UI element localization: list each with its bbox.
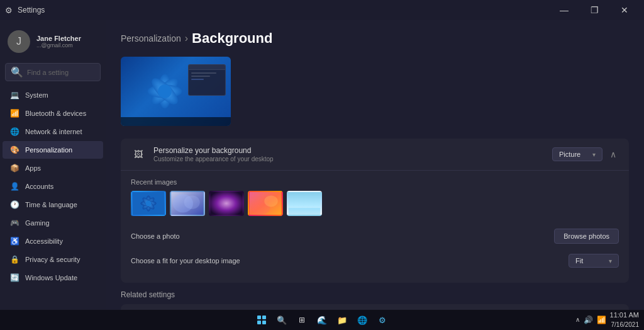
settings-icon: ⚙ (5, 6, 13, 15)
svg-point-21 (264, 195, 278, 207)
personalize-body: Recent images (121, 170, 629, 283)
app-container: J Jane Fletcher ...@gmail.com 🔍 💻 System… (0, 20, 644, 310)
sidebar-item-label: Accounts (25, 183, 53, 190)
title-bar-controls: — ❐ ✕ (550, 0, 639, 20)
svg-rect-18 (211, 192, 242, 215)
user-section: J Jane Fletcher ...@gmail.com (0, 25, 106, 60)
contrast-themes-card[interactable]: ◑ Contrast themes Color themes for low v… (121, 304, 629, 310)
choose-fit-row: Choose a fit for your desktop image Fit … (131, 249, 619, 273)
update-icon: 🔄 (10, 273, 19, 282)
sidebar-item-personalization[interactable]: 🎨 Personalization (3, 141, 103, 159)
taskbar-clock[interactable]: 11:01 AM 7/16/2021 (610, 310, 639, 329)
sidebar-item-system[interactable]: 💻 System (3, 86, 103, 104)
system-icon: 💻 (10, 91, 19, 100)
privacy-icon: 🔒 (10, 255, 19, 264)
search-taskbar-icon: 🔍 (277, 316, 287, 325)
title-bar-title: Settings (18, 6, 45, 14)
taskbar-center: 🔍 ⊞ 🌊 📁 🌐 ⚙ (253, 311, 391, 329)
recent-images-label: Recent images (131, 178, 619, 186)
personalize-header-right: Picture ▾ ∧ (552, 147, 619, 161)
breadcrumb-current: Background (192, 30, 272, 47)
thumbnail-2[interactable] (170, 191, 205, 216)
taskview-icon: ⊞ (299, 316, 305, 324)
sidebar-item-label: Gaming (25, 219, 50, 227)
sidebar-item-label: Accessibility (25, 237, 63, 245)
sidebar-item-bluetooth[interactable]: 📶 Bluetooth & devices (3, 105, 103, 122)
fit-chevron: ▾ (609, 258, 612, 265)
collapse-button[interactable]: ∧ (608, 148, 619, 161)
taskbar-date-value: 7/16/2021 (610, 321, 639, 329)
title-bar-left: ⚙ Settings (5, 6, 45, 15)
sidebar-item-gaming[interactable]: 🎮 Gaming (3, 214, 103, 232)
personalize-header[interactable]: 🖼 Personalize your background Customize … (121, 139, 629, 170)
content-area: Personalization › Background (106, 20, 644, 310)
breadcrumb-parent: Personalization (121, 33, 181, 43)
preview-window (188, 64, 226, 96)
search-box[interactable]: 🔍 (5, 63, 101, 81)
personalize-section-icon: 🖼 (131, 147, 146, 162)
personalize-subtitle: Customize the appearance of your desktop (153, 156, 274, 162)
svg-point-8 (158, 84, 172, 98)
edge-button[interactable]: 🌊 (313, 311, 331, 329)
chrome-button[interactable]: 🌐 (353, 311, 371, 329)
settings-taskbar-button[interactable]: ⚙ (374, 311, 391, 329)
sidebar-item-label: Apps (25, 164, 41, 172)
thumbnail-3[interactable] (209, 191, 244, 216)
breadcrumb: Personalization › Background (121, 30, 629, 47)
sidebar-item-label: Windows Update (25, 274, 77, 282)
sidebar-item-time[interactable]: 🕐 Time & language (3, 196, 103, 213)
edge-icon: 🌊 (317, 316, 327, 325)
thumb-4-svg (249, 192, 282, 215)
search-taskbar-button[interactable]: 🔍 (273, 311, 291, 329)
choose-photo-label: Choose a photo (131, 232, 180, 240)
maximize-button[interactable]: ❐ (580, 0, 609, 20)
start-button[interactable] (253, 311, 270, 329)
thumb-3-svg (210, 192, 243, 215)
sidebar-item-accounts[interactable]: 👤 Accounts (3, 178, 103, 195)
explorer-button[interactable]: 📁 (333, 311, 351, 329)
sidebar-item-apps[interactable]: 📦 Apps (3, 159, 103, 177)
sidebar-item-label: Privacy & security (25, 256, 80, 263)
sidebar-item-label: Network & internet (25, 128, 82, 135)
svg-rect-23 (289, 208, 320, 215)
fit-dropdown[interactable]: Fit ▾ (569, 254, 619, 268)
background-type-label: Picture (559, 151, 580, 158)
avatar: J (8, 30, 30, 53)
taskbar-time-value: 11:01 AM (610, 310, 639, 320)
thumbnail-4[interactable] (248, 191, 283, 216)
title-bar: ⚙ Settings — ❐ ✕ (0, 0, 644, 20)
tray-arrow-icon[interactable]: ∧ (575, 316, 580, 323)
background-type-dropdown[interactable]: Picture ▾ (552, 147, 602, 161)
personalize-section: 🖼 Personalize your background Customize … (121, 139, 629, 283)
sidebar-item-update[interactable]: 🔄 Windows Update (3, 269, 103, 287)
search-icon: 🔍 (11, 66, 23, 78)
svg-point-14 (146, 201, 152, 207)
volume-icon[interactable]: 🔊 (584, 316, 593, 324)
browse-photos-button[interactable]: Browse photos (554, 229, 619, 244)
dropdown-chevron: ▾ (592, 151, 596, 158)
network-tray-icon[interactable]: 📶 (597, 316, 606, 324)
preview-flower-svg (136, 63, 193, 120)
sidebar: J Jane Fletcher ...@gmail.com 🔍 💻 System… (0, 20, 106, 310)
sidebar-item-network[interactable]: 🌐 Network & internet (3, 123, 103, 140)
fit-label: Fit (575, 257, 583, 265)
sidebar-item-accessibility[interactable]: ♿ Accessibility (3, 232, 103, 250)
choose-photo-row: Choose a photo Browse photos (131, 224, 619, 249)
bluetooth-icon: 📶 (10, 109, 19, 118)
related-settings-section: Related settings ◑ Contrast themes Color… (121, 290, 629, 310)
thumb-flower-svg (132, 192, 165, 215)
taskview-button[interactable]: ⊞ (293, 311, 311, 329)
minimize-button[interactable]: — (550, 0, 579, 20)
thumbnail-5[interactable] (287, 191, 322, 216)
svg-point-17 (184, 195, 200, 209)
thumbnail-1[interactable] (131, 191, 166, 216)
preview-taskbar (121, 117, 231, 126)
sidebar-item-privacy[interactable]: 🔒 Privacy & security (3, 251, 103, 268)
taskbar: 🔍 ⊞ 🌊 📁 🌐 ⚙ ∧ 🔊 📶 11:01 AM 7/16/2021 (0, 310, 644, 330)
windows-logo (257, 316, 266, 324)
search-input[interactable] (27, 69, 95, 76)
preview-wallpaper (121, 57, 231, 126)
gaming-icon: 🎮 (10, 219, 19, 227)
close-button[interactable]: ✕ (610, 0, 639, 20)
personalize-header-left: 🖼 Personalize your background Customize … (131, 146, 274, 162)
